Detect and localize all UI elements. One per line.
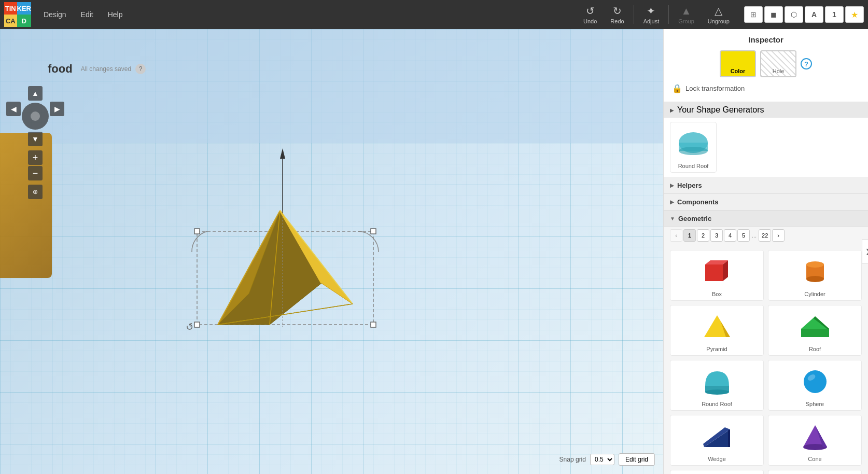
right-panel: ❯ Inspector Color Hole ? 🔒 Lock transfor…	[663, 29, 868, 474]
top-bar: TIN KER CA D Design Edit Help ↺ Undo ↻ R…	[0, 0, 868, 29]
page-prev-btn[interactable]: ‹	[670, 229, 682, 242]
shape-box[interactable]: Box	[670, 250, 764, 301]
svg-rect-7	[371, 322, 376, 327]
pyramid-label: Pyramid	[706, 346, 727, 352]
adjust-button[interactable]: ✦ Adjust	[637, 3, 666, 26]
shape-hexagonal-prism[interactable]: Hexagonal Prism	[768, 470, 862, 474]
wedge-icon	[696, 419, 738, 455]
logo-ca: CA	[4, 15, 17, 27]
round-roof-icon	[673, 126, 714, 162]
shape-cone[interactable]: Cone	[768, 415, 862, 466]
svg-rect-37	[801, 329, 829, 337]
svg-point-33	[806, 276, 824, 282]
shape-sphere[interactable]: Sphere	[768, 360, 862, 411]
shape-round-roof[interactable]: Round Roof	[670, 360, 764, 411]
round-roof-label: Round Roof	[678, 163, 709, 169]
nav-right-btn[interactable]: ▶	[50, 102, 64, 116]
ungroup-icon: △	[715, 5, 722, 17]
zoom-out-btn[interactable]: −	[28, 166, 43, 180]
snap-select[interactable]: 0.5 1.0 2.0	[590, 454, 614, 465]
panel-collapse-btn[interactable]: ❯	[862, 239, 868, 264]
main-content: food All changes saved ?	[0, 29, 868, 474]
components-section-header[interactable]: ▶ Components	[664, 194, 868, 211]
your-generators-header[interactable]: ▶ Your Shape Generators	[664, 102, 868, 118]
round-roof-shape-label: Round Roof	[702, 401, 732, 407]
page-ellipsis: ...	[751, 232, 758, 239]
menu-edit[interactable]: Edit	[75, 7, 100, 22]
page-4-btn[interactable]: 4	[724, 229, 736, 242]
shape-half-sphere[interactable]: Half Sphere	[670, 470, 764, 474]
round-roof-shape-icon	[696, 364, 738, 400]
view-hex-btn[interactable]: ⬡	[785, 6, 803, 23]
project-title: food	[48, 62, 73, 76]
undo-button[interactable]: ↺ Undo	[577, 3, 603, 26]
toolbar-divider	[634, 5, 634, 24]
group-button[interactable]: ▲ Group	[672, 3, 701, 26]
orientation-btn[interactable]: ⊕	[28, 185, 43, 199]
menu-design[interactable]: Design	[37, 7, 73, 22]
nav-center	[22, 103, 49, 130]
menu-help[interactable]: Help	[102, 7, 129, 22]
nav-down-btn[interactable]: ▼	[28, 132, 43, 146]
pagination: ‹ 1 2 3 4 5 ... 22 ›	[664, 227, 868, 246]
view-star-btn[interactable]: ★	[845, 6, 864, 23]
svg-text:↺: ↺	[184, 321, 195, 333]
lock-icon: 🔒	[672, 83, 682, 93]
geometric-section-header[interactable]: ▼ Geometric	[664, 211, 868, 227]
helpers-label: Helpers	[677, 182, 702, 189]
svg-rect-5	[371, 229, 376, 234]
view-grid-btn[interactable]: ⊞	[744, 6, 763, 23]
inspector-panel: Inspector Color Hole ? 🔒 Lock transforma…	[664, 29, 868, 102]
shape-roof[interactable]: Roof	[768, 305, 862, 356]
edit-grid-btn[interactable]: Edit grid	[619, 453, 655, 466]
toolbar-divider-2	[668, 5, 669, 24]
page-next-btn[interactable]: ›	[772, 229, 785, 242]
shape-wedge[interactable]: Wedge	[670, 415, 764, 466]
canvas-area[interactable]: food All changes saved ?	[0, 29, 663, 474]
page-22-btn[interactable]: 22	[759, 229, 771, 242]
helpers-section-header[interactable]: ▶ Helpers	[664, 177, 868, 194]
redo-icon: ↻	[613, 5, 622, 17]
nav-up-btn[interactable]: ▲	[28, 86, 43, 101]
snap-label: Snap grid	[559, 456, 586, 463]
logo-ker: KER	[17, 2, 31, 15]
view-text-btn[interactable]: A	[805, 6, 823, 23]
page-2-btn[interactable]: 2	[697, 229, 709, 242]
group-icon: ▲	[681, 5, 692, 17]
cone-label: Cone	[808, 456, 821, 462]
nav-left-btn[interactable]: ◀	[6, 102, 21, 116]
nav-controls: ▲ ◀ ▶ ▼ + − ⊕	[6, 86, 64, 199]
color-button[interactable]: Color	[720, 50, 756, 77]
inspector-help-btn[interactable]: ?	[801, 58, 812, 69]
page-1-btn[interactable]: 1	[683, 229, 696, 242]
cylinder-label: Cylinder	[804, 291, 825, 297]
page-3-btn[interactable]: 3	[710, 229, 723, 242]
sphere-label: Sphere	[806, 401, 824, 407]
sphere-icon	[794, 364, 836, 400]
bottom-controls: Snap grid 0.5 1.0 2.0 Edit grid	[559, 453, 655, 466]
hole-button[interactable]: Hole	[760, 50, 796, 77]
svg-point-32	[806, 261, 824, 268]
project-help-btn[interactable]: ?	[135, 64, 146, 74]
zoom-in-btn[interactable]: +	[28, 150, 43, 165]
logo-tin: TIN	[4, 2, 17, 15]
inspector-title: Inspector	[672, 35, 860, 44]
geometric-label: Geometric	[678, 215, 711, 222]
round-roof-item[interactable]: Round Roof	[670, 122, 717, 173]
box-icon	[696, 254, 738, 290]
svg-marker-17	[218, 211, 321, 325]
tinkercad-logo[interactable]: TIN KER CA D	[4, 2, 31, 27]
components-label: Components	[677, 198, 718, 206]
view-num-btn[interactable]: 1	[825, 6, 844, 23]
box-label: Box	[712, 291, 722, 297]
round-roof-container: Round Roof	[664, 118, 868, 177]
page-5-btn[interactable]: 5	[737, 229, 750, 242]
ungroup-button[interactable]: △ Ungroup	[702, 3, 736, 26]
svg-rect-6	[194, 322, 200, 327]
shape-cylinder[interactable]: Cylinder	[768, 250, 862, 301]
view-cube-btn[interactable]: ◼	[764, 6, 783, 23]
redo-button[interactable]: ↻ Redo	[604, 3, 630, 26]
lock-transformation-row[interactable]: 🔒 Lock transformation	[672, 83, 860, 93]
shape-pyramid[interactable]: Pyramid	[670, 305, 764, 356]
generators-title: Your Shape Generators	[677, 105, 764, 115]
